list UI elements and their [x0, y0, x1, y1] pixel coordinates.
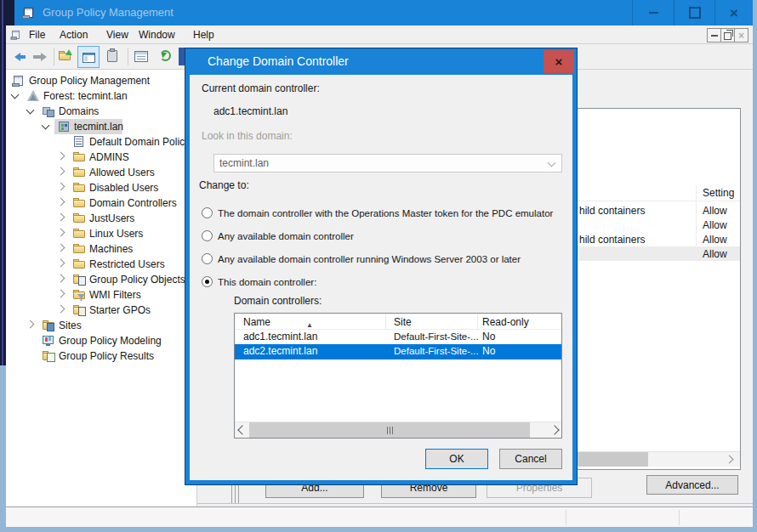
collapsed-chevron-icon[interactable] — [57, 259, 65, 268]
scroll-left-button[interactable] — [235, 422, 249, 438]
tree-item-group-policy-modeling[interactable]: Group Policy Modeling — [6, 333, 196, 348]
collapsed-chevron-icon[interactable] — [26, 320, 35, 329]
menu-window[interactable]: Window — [139, 25, 175, 44]
expanded-chevron-icon[interactable] — [26, 106, 35, 115]
domain-combobox[interactable]: tecmint.lan — [213, 154, 562, 173]
name-cell: adc2.tecmint.lan — [243, 344, 317, 359]
column-divider[interactable] — [385, 314, 386, 330]
menu-action[interactable]: Action — [60, 25, 88, 44]
setting-column-header[interactable]: Setting — [703, 186, 734, 201]
tree-item-label: Group Policy Objects — [89, 273, 185, 287]
readonly-cell: No — [482, 330, 495, 344]
tree-item-justusers[interactable]: JustUsers — [6, 211, 196, 226]
minimize-button[interactable] — [632, 0, 674, 25]
look-in-label: Look in this domain: — [202, 129, 293, 144]
radio-any-dc[interactable] — [202, 230, 213, 241]
collapsed-chevron-icon[interactable] — [57, 305, 65, 314]
radio-pdc-emulator[interactable] — [202, 207, 213, 218]
properties-icon[interactable] — [134, 49, 147, 63]
column-header-site[interactable]: Site — [394, 315, 412, 330]
maximize-button[interactable] — [674, 0, 714, 25]
show-console-tree-button[interactable] — [77, 46, 100, 68]
cancel-button[interactable]: Cancel — [499, 449, 562, 469]
tree-item-label: Forest: tecmint.lan — [43, 89, 128, 104]
setting-cell: Allow — [703, 233, 727, 247]
scroll-right-icon[interactable] — [726, 456, 734, 464]
collapsed-chevron-icon[interactable] — [57, 274, 65, 283]
column-header-readonly[interactable]: Read-only — [482, 315, 529, 330]
radio-this-dc[interactable] — [202, 276, 213, 287]
tree-item-forest-tecmint-lan[interactable]: Forest: tecmint.lan — [6, 88, 196, 104]
table-row[interactable]: adc1.tecmint.lan Default-First-Site-... … — [235, 330, 561, 344]
tree-item-label: Group Policy Modeling — [59, 334, 162, 348]
radio-label[interactable]: This domain controller: — [218, 275, 316, 290]
tree-item-tecmint-lan[interactable]: tecmint.lan — [6, 119, 196, 134]
refresh-icon[interactable] — [157, 48, 174, 65]
tree-item-starter-gpos[interactable]: Starter GPOs — [6, 303, 196, 318]
menu-view[interactable]: View — [106, 25, 128, 44]
child-minimize-button[interactable] — [707, 28, 721, 42]
tree-item-default-domain-policy[interactable]: Default Domain Policy — [6, 134, 196, 150]
tree-item-label: JustUsers — [89, 212, 134, 226]
tree-item-restricted-users[interactable]: Restricted Users — [6, 257, 196, 272]
advanced-button[interactable]: Advanced... — [646, 475, 738, 495]
child-restore-button[interactable] — [720, 28, 735, 42]
current-dc-label: Current domain controller: — [202, 82, 320, 96]
dialog-body: Current domain controller: adc1.tecmint.… — [190, 75, 572, 480]
collapsed-chevron-icon[interactable] — [57, 290, 65, 298]
tree-item-domains[interactable]: Domains — [6, 104, 196, 119]
column-header-name[interactable]: Name — [243, 315, 270, 330]
collapsed-chevron-icon[interactable] — [57, 244, 65, 252]
tree-item-group-policy-results[interactable]: Group Policy Results — [6, 348, 196, 364]
expanded-chevron-icon[interactable] — [42, 122, 50, 130]
modeling-icon — [42, 334, 55, 348]
tree-item-label: ADMINS — [89, 150, 129, 165]
radio-label[interactable]: Any available domain controller — [218, 229, 354, 244]
tree-item-group-policy-objects[interactable]: Group Policy Objects — [6, 272, 196, 287]
ou-folder-icon — [72, 227, 86, 241]
tree-item-linux-users[interactable]: Linux Users — [6, 226, 196, 241]
scrollbar-thumb[interactable] — [249, 422, 530, 438]
column-divider[interactable] — [477, 314, 478, 330]
collapsed-chevron-icon[interactable] — [57, 167, 65, 176]
tree-item-sites[interactable]: Sites — [6, 318, 196, 333]
radio-any-dc-2003[interactable] — [202, 253, 213, 264]
tree-item-domain-controllers[interactable]: Domain Controllers — [6, 195, 196, 211]
radio-label[interactable]: The domain controller with the Operation… — [218, 207, 553, 221]
paste-icon[interactable] — [105, 48, 118, 61]
tree-item-disabled-users[interactable]: Disabled Users — [6, 180, 196, 195]
scroll-right-button[interactable] — [547, 422, 561, 438]
tree-item-machines[interactable]: Machines — [6, 241, 196, 257]
menu-file[interactable]: File — [29, 25, 45, 44]
menu-help[interactable]: Help — [193, 25, 214, 44]
collapsed-chevron-icon[interactable] — [57, 183, 65, 191]
child-close-button: × — [734, 28, 748, 42]
collapsed-chevron-icon[interactable] — [57, 213, 65, 222]
radio-label[interactable]: Any available domain controller running … — [218, 252, 521, 267]
applies-to-cell: hild containers — [579, 233, 645, 247]
ok-button[interactable]: OK — [425, 449, 488, 469]
desktop-accent-line — [2, 0, 3, 365]
forward-icon[interactable] — [31, 50, 48, 64]
setting-cell: Allow — [703, 247, 727, 262]
dialog-close-button[interactable]: × — [544, 50, 574, 73]
collapsed-chevron-icon[interactable] — [57, 152, 65, 161]
wmi-filters-icon — [72, 288, 86, 302]
tree-item-allowed-users[interactable]: Allowed Users — [6, 165, 196, 180]
pane-grip-line — [238, 484, 239, 503]
collapsed-chevron-icon[interactable] — [57, 198, 65, 207]
tree-item-label: Domain Controllers — [89, 196, 177, 211]
expanded-chevron-icon[interactable] — [11, 91, 20, 99]
collapsed-chevron-icon[interactable] — [57, 229, 65, 237]
tree-item-admins[interactable]: ADMINS — [6, 150, 196, 165]
back-icon[interactable] — [10, 50, 27, 64]
tree-item-group-policy-management[interactable]: Group Policy Management — [6, 73, 196, 88]
export-list-icon[interactable] — [58, 49, 71, 63]
close-icon: × — [730, 6, 738, 20]
pane-grip-line — [235, 484, 236, 503]
table-hscrollbar[interactable] — [235, 422, 561, 438]
table-row-selected[interactable]: adc2.tecmint.lan Default-First-Site-... … — [235, 344, 561, 359]
tree-item-wmi-filters[interactable]: WMI Filters — [6, 287, 196, 303]
site-cell: Default-First-Site-... — [394, 330, 479, 344]
close-button[interactable]: × — [714, 0, 753, 25]
